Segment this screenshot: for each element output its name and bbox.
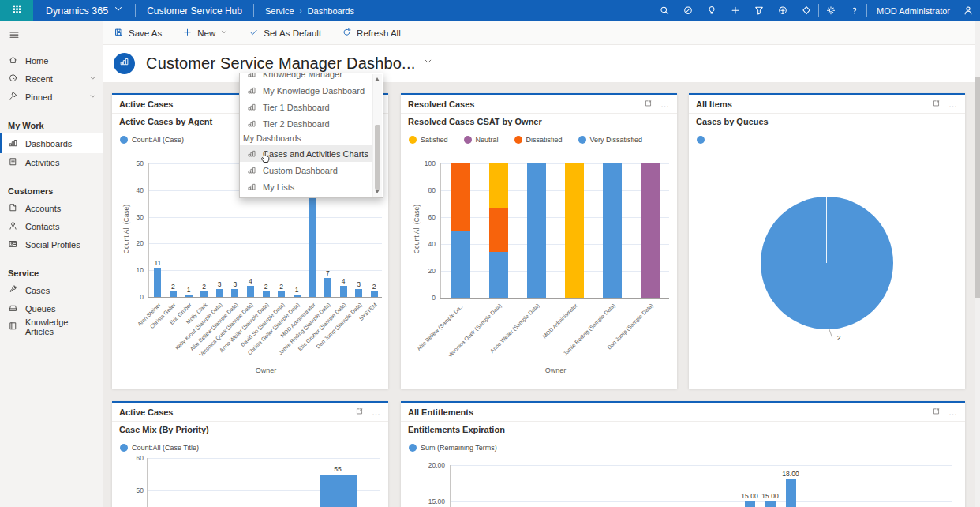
chevron-down-icon[interactable] (89, 92, 96, 102)
card-more-button[interactable]: … (948, 101, 958, 107)
bar-jamie-reding-sample-data-[interactable] (324, 278, 331, 297)
bar-anne-weiler-sample-data-[interactable] (263, 291, 270, 297)
lightbulb-icon[interactable] (700, 0, 724, 21)
user-menu[interactable]: MOD Administrator (867, 6, 956, 16)
flyout-item-tier-1-dashboard[interactable]: Tier 1 Dashboard (240, 99, 373, 115)
card-case-mix-by-priority: Active Cases … Case Mix (By Priority) Co… (112, 401, 388, 507)
page-scrollbar[interactable] (975, 21, 980, 507)
app-name[interactable]: Customer Service Hub (136, 6, 253, 17)
legend-dot (409, 444, 417, 452)
person-icon[interactable] (956, 0, 980, 21)
flyout-item-my-lists[interactable]: My Lists (240, 178, 373, 195)
flyout-scrollbar[interactable] (372, 74, 382, 197)
card-more-button[interactable]: … (372, 409, 381, 415)
bar-dan-jump-sample-data-[interactable] (355, 289, 362, 297)
sidebar-item-activities[interactable]: Activities (0, 153, 103, 171)
bar-david-so-sample-data-[interactable] (278, 291, 285, 297)
segment-dissatisfied[interactable] (451, 163, 470, 231)
bar-molly-clark[interactable] (200, 291, 208, 297)
card-more-button[interactable]: … (660, 101, 670, 107)
plus-icon[interactable] (724, 0, 747, 21)
circle-plus-icon[interactable] (771, 0, 795, 21)
waffle-menu-button[interactable] (0, 0, 33, 21)
bar-alan-steiner[interactable] (154, 268, 161, 297)
expand-icon[interactable] (932, 407, 941, 416)
sidebar-item-pinned[interactable]: Pinned (0, 88, 103, 106)
sidebar-item-knowledge-articles[interactable]: Knowledge Articles (0, 317, 103, 336)
bar-allie-bellew-sample-data-[interactable] (231, 289, 238, 297)
expand-icon[interactable] (355, 407, 364, 416)
brand-switcher[interactable]: Dynamics 365 (33, 4, 135, 17)
scrollbar-thumb[interactable] (975, 77, 980, 298)
sidebar-item-recent[interactable]: Recent (0, 69, 103, 88)
funnel-icon[interactable] (747, 0, 771, 21)
dashboard-selector-chevron[interactable] (423, 56, 433, 70)
chevron-down-icon[interactable] (220, 28, 228, 38)
legend-dot (514, 136, 522, 144)
save-as-button[interactable]: Save As (114, 28, 162, 38)
bar-entitlement[interactable] (745, 501, 755, 507)
segment-very-dissatisfied[interactable] (527, 163, 546, 298)
legend-label: Very Dissatisfied (590, 136, 643, 144)
segment-very-dissatisfied[interactable] (603, 163, 622, 298)
command-label: Set As Default (264, 28, 321, 38)
segment-satisfied[interactable] (489, 163, 508, 208)
search-icon[interactable] (653, 0, 676, 21)
bar-mod-administrator[interactable] (309, 185, 316, 297)
bar-entitlement[interactable] (786, 479, 796, 507)
gridline (440, 190, 669, 191)
breadcrumb-separator: › (300, 7, 302, 15)
bar-priority[interactable] (320, 475, 357, 507)
flyout-item-clipped: Knowledge Manager (240, 73, 373, 82)
legend-dot (578, 136, 586, 144)
sidebar-item-label: Home (25, 56, 48, 66)
segment-dissatisfied[interactable] (489, 208, 508, 252)
breadcrumb-item-dashboards[interactable]: Dashboards (308, 6, 354, 16)
sidebar-item-home[interactable]: Home (0, 51, 103, 69)
help-icon[interactable] (843, 0, 866, 21)
segment-very-dissatisfied[interactable] (451, 231, 470, 298)
bar-value-label: 2 (195, 283, 214, 291)
bar-veronica-quek-sample-data-[interactable] (247, 286, 254, 297)
legend-label: Satisfied (421, 136, 448, 144)
diamond-icon[interactable] (795, 0, 818, 21)
bar-kelly-krout-sample-data-[interactable] (216, 289, 223, 297)
circle-slash-icon[interactable] (676, 0, 700, 21)
legend-dot (120, 136, 128, 144)
expand-icon[interactable] (932, 100, 941, 108)
scroll-down-arrow[interactable] (375, 190, 380, 193)
set-as-default-button[interactable]: Set As Default (249, 28, 321, 38)
flyout-item-my-knowledge-dashboard[interactable]: My Knowledge Dashboard (240, 82, 373, 99)
breadcrumb-item-service[interactable]: Service (265, 6, 294, 16)
bar-eric-gruber[interactable] (185, 295, 193, 297)
chevron-down-icon[interactable] (89, 74, 96, 84)
sidebar-item-contacts[interactable]: Contacts (0, 217, 103, 235)
flyout-item-knowledge-manager[interactable]: Knowledge Manager (240, 73, 373, 82)
sitemap-toggle-button[interactable] (0, 21, 103, 51)
sidebar-item-queues[interactable]: Queues (0, 299, 103, 317)
new-button[interactable]: New (182, 28, 228, 38)
gear-icon[interactable] (819, 0, 843, 21)
bar-christa-geller[interactable] (170, 291, 177, 297)
segment-very-dissatisfied[interactable] (489, 252, 508, 298)
expand-icon[interactable] (644, 100, 653, 108)
bar-system[interactable] (371, 291, 378, 297)
sidebar-item-dashboards[interactable]: Dashboards (0, 133, 103, 153)
scrollbar-thumb[interactable] (375, 125, 380, 190)
bar-christa-geller-sample-data-[interactable] (294, 295, 301, 297)
refresh-all-button[interactable]: Refresh All (342, 28, 401, 38)
x-axis-label: Anne Weiler (Sample Data) (471, 302, 540, 372)
sidebar-item-accounts[interactable]: Accounts (0, 199, 103, 217)
sidebar-item-social-profiles[interactable]: Social Profiles (0, 235, 103, 254)
scroll-up-arrow[interactable] (375, 77, 380, 81)
card-more-button[interactable]: … (948, 409, 958, 415)
bar-eric-gruber-sample-data-[interactable] (340, 286, 347, 297)
sidebar-item-cases[interactable]: Cases (0, 281, 103, 299)
segment-neutral[interactable] (641, 163, 660, 298)
sidebar-item-label: Social Profiles (25, 240, 80, 250)
segment-satisfied[interactable] (565, 163, 584, 298)
gridline (148, 297, 382, 298)
flyout-item-tier-2-dashboard[interactable]: Tier 2 Dashboard (240, 115, 373, 132)
pie-slice[interactable] (761, 197, 893, 329)
bar-entitlement[interactable] (765, 501, 776, 507)
